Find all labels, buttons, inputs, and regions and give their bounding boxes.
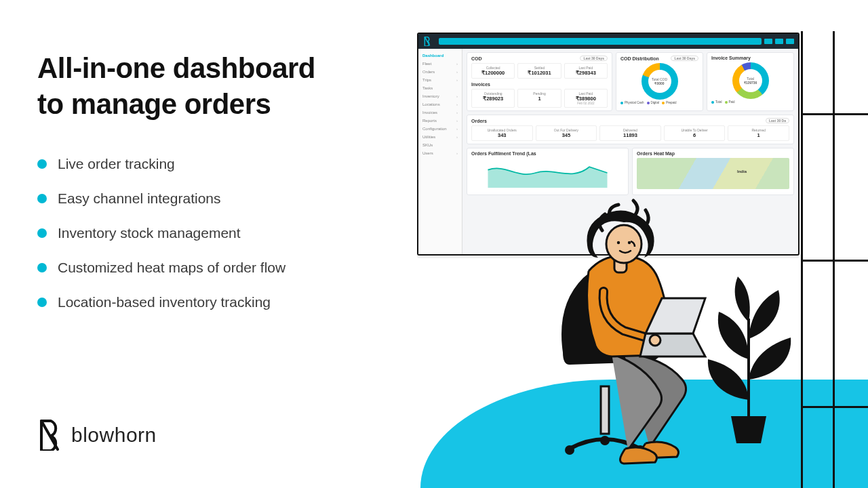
svg-point-7 <box>617 241 620 244</box>
sidebar-item-users[interactable]: Users› <box>418 149 462 157</box>
period-selector[interactable]: Last 30 Days <box>671 56 698 61</box>
sidebar-item-label: Fleet <box>422 62 431 66</box>
chevron-right-icon: › <box>456 94 458 98</box>
brand-logo-icon <box>37 420 62 451</box>
stat-inv-last-paid: Last Paid₹389800Feb 02 2022 <box>564 89 608 108</box>
invoice-summary-card: Invoice Summary Total₹129736 Total Paid <box>707 52 794 111</box>
orders-card: OrdersLast 30 Da Unallocated Orders343 O… <box>467 115 794 144</box>
legend-item: Digital <box>647 101 660 104</box>
bullet-icon <box>37 228 47 238</box>
sidebar-item-label: Trips <box>422 78 431 82</box>
sidebar-item-inventory[interactable]: Inventory› <box>418 92 462 100</box>
stat-settled: Settled₹1012031 <box>517 63 561 79</box>
window-illustration <box>801 31 868 488</box>
stat-value: 345 <box>538 132 595 138</box>
sidebar-item-label: Locations <box>422 102 440 106</box>
legend-item: Total <box>711 100 722 104</box>
app-logo-icon <box>422 37 432 46</box>
cod-distribution-card: COD DistributionLast 30 Days Total COD₹0… <box>616 52 703 111</box>
sidebar-item-label: Configuration <box>422 127 447 131</box>
chevron-right-icon: › <box>456 70 458 74</box>
feature-item: Inventory stock management <box>37 225 285 241</box>
sidebar-item-trips[interactable]: Trips› <box>418 76 462 84</box>
sidebar-item-label: Invoices <box>422 110 437 115</box>
chart-legend: Total Paid <box>711 100 789 104</box>
sidebar-item-tasks[interactable]: Tasks <box>418 84 462 92</box>
stat-value: ₹1012031 <box>519 70 559 76</box>
stat-collected: Collected₹1200000 <box>471 63 515 79</box>
sidebar-item-label: Utilities <box>422 135 435 139</box>
sidebar-item-configuration[interactable]: Configuration› <box>418 125 462 133</box>
period-selector[interactable]: Last 30 Da <box>766 118 789 123</box>
donut-center-value: ₹129736 <box>744 81 757 85</box>
sidebar-item-utilities[interactable]: Utilities› <box>418 133 462 141</box>
stat-value: ₹1200000 <box>473 70 513 76</box>
bullet-icon <box>37 298 47 307</box>
stat-value: 6 <box>666 132 724 138</box>
feature-label: Live order tracking <box>58 156 175 172</box>
brand-name: blowhorn <box>71 424 157 447</box>
sidebar-item-orders[interactable]: Orders› <box>418 68 462 76</box>
stat-out-for-delivery: Out For Delivery345 <box>536 125 597 141</box>
sidebar-item-label: Orders <box>422 70 435 74</box>
stat-value: 343 <box>473 132 531 138</box>
chevron-right-icon: › <box>456 127 458 131</box>
cod-card: CODLast 30 Days Collected₹1200000 Settle… <box>467 52 612 111</box>
sidebar-item-label: Users <box>422 151 433 155</box>
sidebar-item-invoices[interactable]: Invoices› <box>418 108 462 117</box>
stat-value: 11893 <box>601 132 659 138</box>
stat-sublabel: Feb 02 2022 <box>566 102 606 105</box>
stat-unallocated: Unallocated Orders343 <box>471 125 533 141</box>
stat-delivered: Delivered11893 <box>599 125 661 141</box>
chevron-right-icon: › <box>456 102 458 106</box>
stat-unable: Unable To Deliver6 <box>664 125 726 141</box>
chevron-right-icon: › <box>456 110 458 115</box>
sidebar-item-locations[interactable]: Locations› <box>418 100 462 108</box>
stat-pending: Pending1 <box>517 89 561 108</box>
card-title: COD Distribution <box>620 56 659 61</box>
window-close-icon[interactable] <box>786 39 794 44</box>
stat-value: ₹389800 <box>566 96 606 102</box>
brand-lockup: blowhorn <box>37 420 157 451</box>
svg-point-1 <box>565 445 574 455</box>
stat-value: 1 <box>730 132 787 138</box>
window-titlebar <box>418 34 798 49</box>
period-selector[interactable]: Last 30 Days <box>580 56 608 61</box>
feature-label: Customized heat maps of order flow <box>58 260 285 276</box>
sidebar-item-dashboard[interactable]: Dashboard <box>418 52 462 60</box>
feature-item: Customized heat maps of order flow <box>37 260 285 276</box>
sidebar-item-label: Inventory <box>422 94 439 98</box>
bullet-icon <box>37 194 47 203</box>
sidebar-item-reports[interactable]: Reports› <box>418 117 462 125</box>
stat-value: 1 <box>519 96 559 102</box>
stat-value: ₹298343 <box>566 70 606 76</box>
stat-returned: Returned1 <box>728 125 789 141</box>
sidebar-item-skus[interactable]: SKUs <box>418 141 462 149</box>
svg-point-8 <box>628 241 631 244</box>
chevron-right-icon: › <box>456 62 458 66</box>
feature-label: Inventory stock management <box>58 225 241 241</box>
sidebar-item-fleet[interactable]: Fleet› <box>418 60 462 68</box>
stat-outstanding: Outstanding₹289023 <box>471 89 515 108</box>
chevron-right-icon: › <box>456 78 458 82</box>
legend-item: Prepaid <box>662 101 677 104</box>
window-max-icon[interactable] <box>775 39 783 44</box>
headline-line-1: All-in-one dashboard <box>37 52 315 84</box>
chevron-right-icon: › <box>456 151 458 155</box>
marketing-slide: All-in-one dashboard to manage orders Li… <box>0 0 868 488</box>
donut-chart-icon: Total₹129736 <box>732 62 769 99</box>
card-title: Invoice Summary <box>711 56 751 60</box>
feature-item: Easy channel integrations <box>37 190 285 207</box>
sidebar-item-label: Reports <box>422 119 437 123</box>
map-country-label: India <box>737 169 747 174</box>
card-title: Orders Fulfilment Trend (Las <box>471 151 536 156</box>
card-title: COD <box>471 56 482 61</box>
window-min-icon[interactable] <box>764 39 772 44</box>
chevron-right-icon: › <box>456 135 458 139</box>
feature-list: Live order tracking Easy channel integra… <box>37 156 285 329</box>
stat-value: ₹289023 <box>473 96 513 102</box>
address-bar[interactable] <box>439 38 762 45</box>
svg-point-3 <box>600 436 610 445</box>
bullet-icon <box>37 159 47 169</box>
legend-item: Physical Cash <box>620 101 644 104</box>
